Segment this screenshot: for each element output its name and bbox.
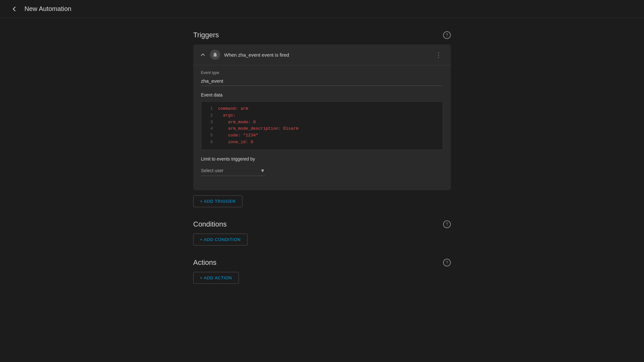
triggers-section: Triggers ? When zha_event event is fired bbox=[193, 31, 451, 207]
code-line-6: 6 zone_id: 0 bbox=[205, 139, 439, 146]
event-type-input[interactable] bbox=[201, 76, 443, 86]
conditions-title: Conditions bbox=[193, 220, 227, 228]
add-action-button[interactable]: + ADD ACTION bbox=[193, 272, 239, 284]
trigger-icon bbox=[210, 50, 220, 60]
code-line-5: 5 code: "1234" bbox=[205, 132, 439, 139]
event-data-label: Event data bbox=[201, 92, 443, 97]
code-line-3: 3 arm_mode: 0 bbox=[205, 119, 439, 126]
code-line-1: 1 command: arm bbox=[205, 106, 439, 112]
select-user-wrapper: Select user ▾ bbox=[201, 165, 265, 176]
limit-group: Limit to events triggered by Select user… bbox=[201, 156, 443, 176]
conditions-section-header: Conditions ? bbox=[193, 220, 451, 228]
trigger-card-body: Event type Event data 1 command: arm 2 a… bbox=[193, 65, 451, 190]
actions-help-icon[interactable]: ? bbox=[443, 259, 451, 266]
add-trigger-button[interactable]: + ADD TRIGGER bbox=[193, 195, 242, 207]
actions-section-header: Actions ? bbox=[193, 258, 451, 267]
page-title: New Automation bbox=[24, 5, 71, 13]
event-type-group: Event type bbox=[201, 70, 443, 86]
triggers-section-header: Triggers ? bbox=[193, 31, 451, 39]
trigger-card-header[interactable]: When zha_event event is fired ⋮ bbox=[193, 44, 451, 65]
actions-section: Actions ? + ADD ACTION bbox=[193, 258, 451, 284]
select-user-dropdown[interactable]: Select user bbox=[201, 165, 265, 176]
add-condition-button[interactable]: + ADD CONDITION bbox=[193, 234, 248, 246]
code-line-4: 4 arm_mode_description: Disarm bbox=[205, 125, 439, 132]
back-button[interactable] bbox=[8, 3, 21, 15]
main-content: Triggers ? When zha_event event is fired bbox=[0, 18, 644, 362]
triggers-title: Triggers bbox=[193, 31, 219, 39]
actions-title: Actions bbox=[193, 258, 216, 267]
code-editor[interactable]: 1 command: arm 2 args: 3 arm_mode: 0 bbox=[201, 101, 443, 150]
trigger-card: When zha_event event is fired ⋮ Event ty… bbox=[193, 44, 451, 190]
app-header: New Automation bbox=[0, 0, 644, 18]
collapse-button[interactable] bbox=[200, 51, 206, 58]
conditions-section: Conditions ? + ADD CONDITION bbox=[193, 220, 451, 246]
event-data-group: Event data 1 command: arm 2 args: 3 bbox=[201, 92, 443, 150]
event-type-label: Event type bbox=[201, 70, 443, 75]
conditions-help-icon[interactable]: ? bbox=[443, 220, 451, 228]
trigger-label: When zha_event event is fired bbox=[224, 52, 433, 58]
limit-label: Limit to events triggered by bbox=[201, 156, 443, 162]
code-line-2: 2 args: bbox=[205, 112, 439, 119]
triggers-help-icon[interactable]: ? bbox=[443, 31, 451, 39]
trigger-more-button[interactable]: ⋮ bbox=[433, 50, 444, 60]
